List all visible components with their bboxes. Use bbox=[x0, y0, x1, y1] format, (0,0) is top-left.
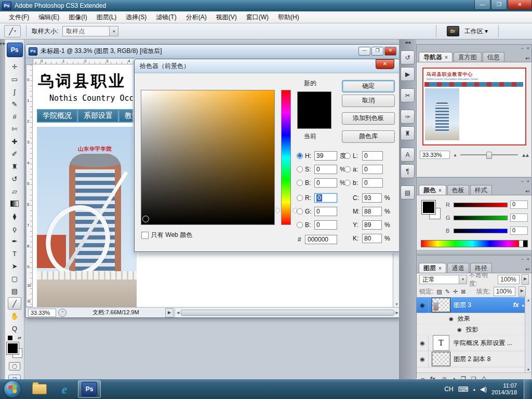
panel-minimize-icon[interactable]: − bbox=[521, 257, 523, 262]
menu-layer[interactable]: 图层(L) bbox=[92, 11, 122, 23]
quick-mask-button[interactable]: ◯ bbox=[9, 362, 20, 370]
character-panel-button[interactable]: A bbox=[401, 148, 415, 162]
a-radio[interactable] bbox=[344, 166, 351, 172]
b2-field[interactable]: 0 bbox=[314, 220, 337, 230]
menu-analysis[interactable]: 分析(A) bbox=[181, 11, 211, 23]
b-slider[interactable] bbox=[454, 229, 508, 233]
c-field[interactable]: 93 bbox=[362, 193, 382, 203]
hue-slider[interactable] bbox=[281, 90, 291, 225]
panel-menu-icon[interactable]: ▾≡ bbox=[525, 267, 530, 272]
y-field[interactable]: 89 bbox=[362, 220, 382, 230]
b-field[interactable]: 0 bbox=[314, 178, 337, 188]
dialog-titlebar[interactable]: 拾色器（前景色） ✕ bbox=[135, 59, 400, 73]
doc-close-button[interactable]: ✕ bbox=[384, 47, 396, 56]
panel-menu-icon[interactable]: ▾≡ bbox=[525, 189, 530, 194]
hue-slider-arrow-right[interactable] bbox=[292, 208, 296, 213]
keyboard-icon[interactable]: ⌨ bbox=[458, 385, 469, 393]
history-brush-tool[interactable]: ↺ bbox=[8, 172, 21, 185]
lab-b-field[interactable]: 0 bbox=[362, 178, 383, 188]
menu-file[interactable]: 文件(F) bbox=[4, 11, 34, 23]
doc-minimize-button[interactable]: — bbox=[358, 47, 370, 56]
show-desktop-button[interactable] bbox=[524, 379, 530, 399]
slice-tool[interactable]: ✄ bbox=[8, 123, 21, 135]
g-value-field[interactable]: 0 bbox=[510, 214, 528, 222]
brush-tool[interactable]: ✐ bbox=[8, 148, 21, 160]
brushes-panel-button[interactable]: ✑ bbox=[401, 110, 415, 124]
a-field[interactable]: 0 bbox=[362, 165, 383, 174]
color-libraries-button[interactable]: 颜色库 bbox=[342, 130, 395, 143]
fx-badge[interactable]: fx bbox=[513, 301, 519, 309]
color-field-marker[interactable] bbox=[142, 216, 149, 222]
navigator-proxy-view[interactable]: 乌词县职业教育中心 Nothis Country Occupation Educ… bbox=[423, 69, 525, 144]
drop-shadow-row[interactable]: ◉ 投影 bbox=[417, 324, 531, 335]
scroll-down-icon[interactable]: ▼ bbox=[395, 302, 398, 306]
language-indicator[interactable]: CH bbox=[444, 385, 453, 393]
r-slider[interactable] bbox=[454, 203, 508, 207]
r-field[interactable]: 0 bbox=[314, 193, 337, 203]
layer-name[interactable]: 学院概况 系部设置 ... bbox=[454, 339, 512, 348]
layer-row-layer3[interactable]: ◉ 图层 3 fx ▴ bbox=[417, 297, 531, 313]
opacity-spinner[interactable]: ▶ bbox=[522, 274, 529, 285]
speaker-icon[interactable]: ◀) bbox=[480, 385, 487, 393]
pen-tool[interactable]: ✒ bbox=[8, 235, 21, 247]
ok-button[interactable]: 确定 bbox=[342, 80, 395, 92]
start-button[interactable] bbox=[4, 381, 21, 397]
add-to-swatches-button[interactable]: 添加到色板 bbox=[342, 112, 395, 125]
layer-comps-panel-button[interactable]: ▤ bbox=[401, 185, 415, 200]
doc-maximize-button[interactable]: ❐ bbox=[371, 47, 383, 56]
foreground-color-swatch[interactable] bbox=[422, 201, 435, 214]
h-radio[interactable] bbox=[297, 153, 303, 159]
menu-help[interactable]: 帮助(H) bbox=[273, 11, 304, 23]
paragraph-panel-button[interactable]: ¶ bbox=[401, 164, 415, 178]
cancel-button[interactable]: 取消 bbox=[342, 95, 395, 107]
visibility-eye-icon[interactable]: ◉ bbox=[417, 351, 429, 367]
menu-window[interactable]: 窗口(W) bbox=[242, 11, 273, 23]
bridge-icon[interactable]: Br bbox=[447, 26, 459, 36]
healing-brush-tool[interactable]: ✚ bbox=[8, 135, 21, 148]
layer-row-text[interactable]: ◉ T 学院概况 系部设置 ... bbox=[417, 335, 531, 351]
taskbar-explorer-button[interactable] bbox=[28, 380, 51, 398]
hex-field[interactable]: 000000 bbox=[305, 235, 337, 244]
zoom-out-icon[interactable]: ▲ bbox=[453, 153, 457, 157]
status-menu-arrow[interactable]: ▶ bbox=[165, 308, 174, 317]
scrollbar-thumb[interactable] bbox=[181, 310, 394, 316]
tab-paths[interactable]: 路径 bbox=[470, 263, 492, 273]
tab-close-icon[interactable]: × bbox=[445, 55, 448, 60]
effects-row[interactable]: ◉ 效果 bbox=[417, 313, 531, 324]
r-value-field[interactable]: 0 bbox=[510, 201, 528, 209]
panel-minimize-icon[interactable]: − bbox=[521, 46, 523, 51]
menu-image[interactable]: 图像(I) bbox=[64, 11, 91, 23]
k-field[interactable]: 80 bbox=[362, 234, 382, 243]
path-selection-tool[interactable]: ➤ bbox=[8, 260, 21, 272]
taskbar-clock[interactable]: 11:07 2014/3/18 bbox=[491, 382, 519, 396]
tab-navigator[interactable]: 导航器 × bbox=[419, 52, 453, 62]
fill-spinner[interactable]: ▶ bbox=[518, 286, 526, 297]
zoom-in-icon[interactable]: ▲▲ bbox=[521, 152, 528, 158]
shape-tool[interactable]: ▢ bbox=[8, 272, 21, 285]
visibility-eye-icon[interactable]: ◉ bbox=[449, 316, 454, 322]
blur-tool[interactable]: ⧫ bbox=[8, 210, 21, 222]
panel-minimize-icon[interactable]: − bbox=[521, 179, 523, 184]
notes-tool[interactable]: ▤ bbox=[8, 285, 21, 297]
slider-thumb[interactable] bbox=[486, 152, 492, 159]
b2-radio[interactable] bbox=[297, 222, 303, 228]
workspace-button[interactable]: 工作区 ▾ bbox=[464, 27, 488, 36]
layers-scrollbar[interactable]: ▲▼ bbox=[525, 297, 531, 373]
opacity-field[interactable]: 100% bbox=[498, 275, 520, 284]
eyedropper-tool[interactable]: ╱ bbox=[8, 297, 21, 310]
text-layer-thumbnail[interactable]: T bbox=[433, 335, 449, 351]
visibility-eye-icon[interactable]: ◉ bbox=[417, 297, 429, 313]
tab-layers[interactable]: 图层 × bbox=[419, 263, 446, 273]
navigator-zoom-field[interactable]: 33.33% bbox=[420, 151, 450, 159]
tray-expand-icon[interactable]: ▴ bbox=[473, 387, 475, 392]
panel-close-icon[interactable]: × bbox=[527, 46, 529, 51]
hue-slider-arrow-left[interactable] bbox=[276, 208, 280, 213]
dodge-tool[interactable]: ϙ bbox=[8, 222, 21, 235]
zoom-level-field[interactable]: 33.33% bbox=[28, 309, 56, 317]
eraser-tool[interactable]: ▱ bbox=[8, 185, 21, 197]
b-radio[interactable] bbox=[297, 180, 303, 186]
fill-field[interactable]: 100% bbox=[494, 287, 515, 296]
l-radio[interactable] bbox=[344, 153, 351, 159]
swap-colors-icon[interactable]: ⇄ bbox=[18, 336, 21, 340]
layer-thumbnail[interactable] bbox=[432, 352, 450, 366]
